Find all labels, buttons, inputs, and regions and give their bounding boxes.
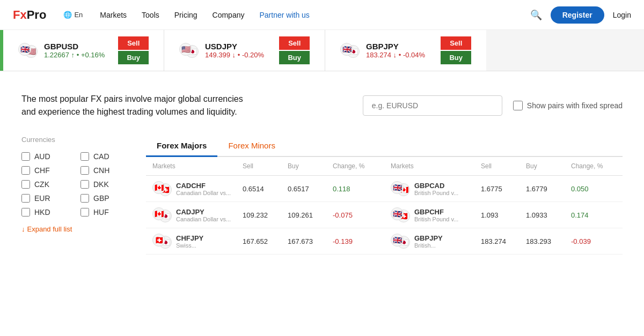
nav-pricing[interactable]: Pricing [174,11,197,19]
tab-forex-majors[interactable]: Forex Majors [146,136,217,157]
gbpjpy-buy-button[interactable]: Buy [441,51,471,64]
ticker-bar: 🇬🇧 🇺🇸 GBPUSD 1.22667 ↑ • +0.16% Sell Buy… [0,30,644,71]
nav-right: 🔍 Register Login [530,6,631,24]
chf-checkbox[interactable] [21,166,30,175]
table-section: Forex Majors Forex Minors Markets Sell B… [146,136,623,255]
usdjpy-flag: 🇺🇸 🇯🇵 [179,43,199,58]
currency-huf: HUF [80,208,129,216]
fixed-spread-label[interactable]: Show pairs with fixed spread [513,101,623,110]
nav-links: Markets Tools Pricing Company Partner wi… [100,11,530,19]
chfjpy-pair: 🇨🇭 🇯🇵 CHFJPY Swiss... [152,234,243,249]
usdjpy-sell-button[interactable]: Sell [279,36,310,50]
gbpusd-name: GBPUSD [44,42,112,51]
gbp-checkbox[interactable] [80,194,89,203]
table-row[interactable]: 🇬🇧 🇯🇵 GBPJPY British... 183.274 183.293 … [384,228,623,255]
ticker-gbpusd: 🇬🇧 🇺🇸 GBPUSD 1.22667 ↑ • +0.16% Sell Buy [3,30,164,71]
expand-list-button[interactable]: ↓ Expand full list [21,225,129,233]
register-button[interactable]: Register [551,6,604,24]
gbpusd-buttons: Sell Buy [118,36,149,64]
gbpjpy-sell-button[interactable]: Sell [441,36,471,50]
gbpchf-pair: 🇬🇧 🇨🇭 GBPCHF British Pound v... [391,207,481,222]
cad-checkbox[interactable] [80,152,89,161]
eur-checkbox[interactable] [21,194,30,203]
gbpusd-buy-button[interactable]: Buy [118,51,149,64]
expand-arrow-icon: ↓ [21,225,25,233]
currencies-filter: Currencies AUD CAD CHF CNH [21,136,129,255]
currency-hkd: HKD [21,208,70,216]
main-content: The most popular FX pairs involve major … [0,71,644,255]
gbpjpy-buttons: Sell Buy [441,36,471,64]
spread-label-text: Show pairs with fixed spread [527,101,623,110]
language-label: En [74,11,83,19]
navbar: FxPro 🌐 En Markets Tools Pricing Company… [0,0,644,30]
gbpusd-flag: 🇬🇧 🇺🇸 [18,43,38,58]
gbpjpy-name: GBPJPY [366,42,434,51]
gbpusd-sell-button[interactable]: Sell [118,36,149,50]
table-left-header: Markets Sell Buy Change, % [146,157,384,176]
currency-gbp: GBP [80,194,129,203]
currency-cad: CAD [80,152,129,161]
table-right-header: Markets Sell Buy Change, % [384,157,623,176]
nav-markets[interactable]: Markets [100,11,127,19]
gbpcad-pair: 🇬🇧 🇨🇦 GBPCAD British Pound v... [391,181,481,196]
ticker-gbpjpy: 🇬🇧 🇯🇵 GBPJPY 183.274 ↓ • -0.04% Sell Buy [325,30,486,71]
description-text: The most popular FX pairs involve major … [21,93,258,118]
tabs: Forex Majors Forex Minors [146,136,623,157]
description-row: The most popular FX pairs involve major … [21,93,623,118]
usdjpy-buttons: Sell Buy [279,36,310,64]
logo-fx: Fx [13,8,27,21]
cadchf-pair: 🇨🇦 🇨🇭 CADCHF Canadian Dollar vs... [152,181,243,196]
cnh-checkbox[interactable] [80,166,89,175]
currency-aud: AUD [21,152,70,161]
dkk-checkbox[interactable] [80,180,89,189]
tab-forex-minors[interactable]: Forex Minors [217,136,286,157]
dual-table: Markets Sell Buy Change, % 🇨🇦 🇨🇭 [146,157,623,255]
currency-chf: CHF [21,166,70,175]
huf-checkbox[interactable] [80,208,89,216]
language-selector[interactable]: 🌐 En [63,11,83,19]
search-spread-row: Show pairs with fixed spread [363,95,623,116]
currency-dkk: DKK [80,180,129,189]
czk-checkbox[interactable] [21,180,30,189]
gbpjpy-pair: 🇬🇧 🇯🇵 GBPJPY British... [391,234,481,249]
currency-cnh: CNH [80,166,129,175]
gbpjpy-info: GBPJPY 183.274 ↓ • -0.04% [366,42,434,59]
search-icon-button[interactable]: 🔍 [530,9,542,21]
gbpjpy-flag: 🇬🇧 🇯🇵 [340,43,360,58]
table-right: Markets Sell Buy Change, % 🇬🇧 🇨🇦 [384,157,623,255]
table-row[interactable]: 🇨🇦 🇯🇵 CADJPY Canadian Dollar vs... 109.2… [146,202,384,228]
currency-eur: EUR [21,194,70,203]
table-row[interactable]: 🇨🇭 🇯🇵 CHFJPY Swiss... 167.652 167.673 -0… [146,228,384,255]
usdjpy-price: 149.399 ↓ • -0.20% [205,51,273,59]
currency-grid: AUD CAD CHF CNH CZK [21,152,129,216]
usdjpy-info: USDJPY 149.399 ↓ • -0.20% [205,42,273,59]
gbpusd-price: 1.22667 ↑ • +0.16% [44,51,112,59]
table-left: Markets Sell Buy Change, % 🇨🇦 🇨🇭 [146,157,384,255]
usdjpy-buy-button[interactable]: Buy [279,51,310,64]
fixed-spread-checkbox[interactable] [513,101,523,110]
ticker-usdjpy: 🇺🇸 🇯🇵 USDJPY 149.399 ↓ • -0.20% Sell Buy [164,30,325,71]
nav-company[interactable]: Company [213,11,245,19]
globe-icon: 🌐 [63,11,72,19]
currency-czk: CZK [21,180,70,189]
table-row[interactable]: 🇨🇦 🇨🇭 CADCHF Canadian Dollar vs... 0.651… [146,176,384,202]
nav-tools[interactable]: Tools [142,11,159,19]
usdjpy-name: USDJPY [205,42,273,51]
login-button[interactable]: Login [613,11,631,19]
expand-list-label: Expand full list [27,225,72,233]
cadjpy-pair: 🇨🇦 🇯🇵 CADJPY Canadian Dollar vs... [152,207,243,222]
content-row: Currencies AUD CAD CHF CNH [21,136,623,255]
logo-pro: Pro [27,8,47,21]
gbpjpy-price: 183.274 ↓ • -0.04% [366,51,434,59]
table-row[interactable]: 🇬🇧 🇨🇦 GBPCAD British Pound v... 1.6775 1… [384,176,623,202]
aud-checkbox[interactable] [21,152,30,161]
pair-search-input[interactable] [363,95,502,116]
currencies-heading: Currencies [21,136,129,144]
logo[interactable]: FxPro [13,8,46,22]
hkd-checkbox[interactable] [21,208,30,216]
gbpusd-info: GBPUSD 1.22667 ↑ • +0.16% [44,42,112,59]
table-row[interactable]: 🇬🇧 🇨🇭 GBPCHF British Pound v... 1.093 1.… [384,202,623,228]
nav-partner[interactable]: Partner with us [259,11,309,19]
